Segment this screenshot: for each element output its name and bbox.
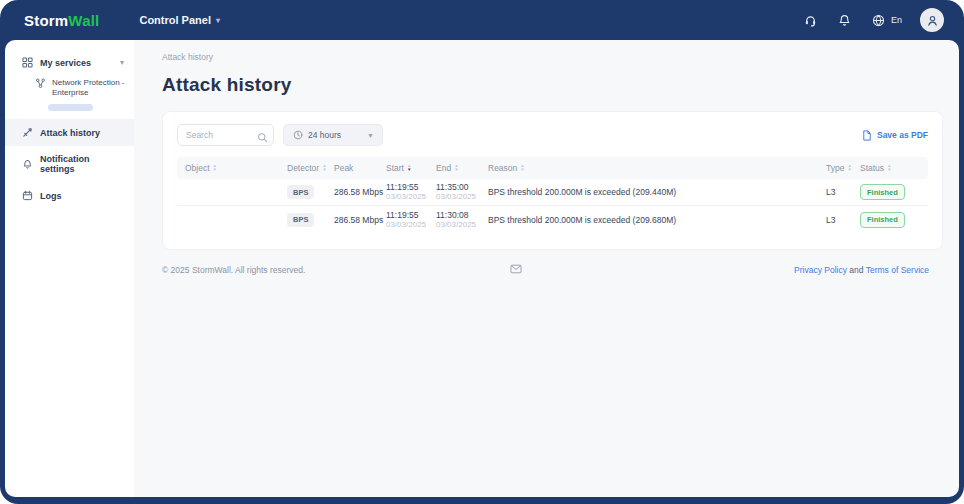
column-header-status[interactable]: Status▲▼ — [860, 163, 922, 173]
save-as-pdf-label: Save as PDF — [877, 130, 928, 140]
sidebar-item-logs[interactable]: Logs — [5, 182, 134, 209]
language-label: En — [891, 15, 902, 25]
network-nodes-icon — [35, 78, 46, 89]
logo-text-wall: Wall — [68, 12, 99, 29]
search-icon — [257, 129, 268, 147]
status-badge: Finished — [860, 184, 905, 200]
support-headset-icon[interactable] — [803, 12, 819, 28]
clock-icon — [292, 130, 303, 141]
privacy-policy-link[interactable]: Privacy Policy — [794, 265, 847, 275]
detector-badge: BPS — [287, 185, 314, 199]
service-name: Network Protection - Enterprise — [52, 78, 124, 98]
sidebar-item-label: Notification settings — [40, 154, 124, 174]
sidebar-item-label: Logs — [40, 191, 62, 201]
page-title: Attack history — [162, 74, 943, 96]
app-body: My services ▾ Network Protection - Enter… — [5, 40, 959, 497]
control-panel-label: Control Panel — [139, 14, 211, 26]
notifications-bell-icon[interactable] — [837, 12, 853, 28]
terms-of-service-link[interactable]: Terms of Service — [866, 265, 929, 275]
calendar-logs-icon — [22, 190, 33, 201]
sort-icon: ▲▼ — [520, 164, 524, 172]
period-filter-value: 24 hours — [308, 130, 341, 140]
column-header-reason[interactable]: Reason▲▼ — [488, 163, 826, 173]
sort-icon: ▲▼ — [847, 164, 851, 172]
sidebar-item-attack-history[interactable]: Attack history — [5, 119, 134, 146]
status-badge: Finished — [860, 212, 905, 228]
peak-value: 286.58 Mbps — [334, 187, 386, 197]
sidebar-item-my-services[interactable]: My services ▾ — [5, 50, 134, 75]
top-bar: StormWall Control Panel ▾ — [0, 0, 964, 40]
detector-badge: BPS — [287, 213, 314, 227]
column-header-type[interactable]: Type▲▼ — [826, 163, 860, 173]
column-header-peak[interactable]: Peak — [334, 163, 386, 173]
sidebar: My services ▾ Network Protection - Enter… — [5, 40, 134, 497]
language-selector[interactable]: En — [871, 12, 902, 28]
bell-settings-icon — [22, 159, 33, 170]
sidebar-item-label: Attack history — [40, 128, 100, 138]
sort-icon: ▲▼ — [887, 164, 891, 172]
app-window: StormWall Control Panel ▾ — [0, 0, 964, 504]
sort-icon: ▲▼ — [454, 164, 458, 172]
search-box — [177, 124, 274, 146]
column-header-end[interactable]: End▲▼ — [436, 163, 486, 173]
sort-icon: ▲▼ — [213, 164, 217, 172]
chevron-down-icon: ▾ — [120, 58, 124, 67]
table-toolbar: 24 hours ▼ Save as PDF — [177, 124, 928, 146]
table-row[interactable]: BPS 286.58 Mbps 11:19:55 03/03/2025 11:3… — [177, 206, 928, 233]
start-datetime: 11:19:55 03/03/2025 — [386, 182, 436, 202]
stormwall-logo[interactable]: StormWall — [24, 12, 99, 29]
period-filter-dropdown[interactable]: 24 hours ▼ — [283, 124, 383, 146]
attack-history-card: 24 hours ▼ Save as PDF Object▲▼ — [162, 111, 943, 250]
end-datetime: 11:30:08 03/03/2025 — [436, 210, 486, 230]
control-panel-menu[interactable]: Control Panel ▾ — [139, 14, 220, 26]
column-header-object[interactable]: Object▲▼ — [185, 163, 287, 173]
main-content: Attack history Attack history — [134, 40, 959, 497]
sidebar-item-network-protection[interactable]: Network Protection - Enterprise — [5, 75, 134, 101]
legal-links: Privacy Policy and Terms of Service — [794, 265, 929, 275]
breadcrumb: Attack history — [162, 52, 943, 62]
pdf-document-icon — [862, 130, 873, 141]
service-id-placeholder — [48, 104, 93, 111]
column-header-detector[interactable]: Detector▲▼ — [287, 163, 334, 173]
grid-icon — [22, 57, 33, 68]
end-datetime: 11:35:00 03/03/2025 — [436, 182, 486, 202]
sidebar-item-notification-settings[interactable]: Notification settings — [5, 146, 134, 182]
reason-text: BPS threshold 200.000M is exceeded (209.… — [486, 187, 826, 197]
attack-type: L3 — [826, 215, 860, 225]
reason-text: BPS threshold 200.000M is exceeded (209.… — [486, 215, 826, 225]
globe-icon — [871, 12, 887, 28]
table-row[interactable]: BPS 286.58 Mbps 11:19:55 03/03/2025 11:3… — [177, 179, 928, 206]
copyright-text: © 2025 StormWall. All rights reserved. — [162, 265, 305, 275]
start-datetime: 11:19:55 03/03/2025 — [386, 210, 436, 230]
page-footer: © 2025 StormWall. All rights reserved. P… — [162, 265, 943, 275]
user-avatar[interactable] — [920, 8, 944, 32]
conjunction-text: and — [849, 265, 863, 275]
peak-value: 286.58 Mbps — [334, 215, 386, 225]
chevron-down-icon: ▾ — [216, 16, 220, 25]
sort-icon-active-desc: ▲▼ — [407, 164, 411, 172]
chevron-down-icon: ▼ — [367, 132, 374, 139]
sort-icon: ▲▼ — [322, 164, 326, 172]
save-as-pdf-button[interactable]: Save as PDF — [862, 130, 928, 141]
email-envelope-icon[interactable] — [510, 264, 522, 276]
attack-icon — [22, 127, 33, 138]
column-header-start[interactable]: Start▲▼ — [386, 163, 436, 173]
attack-type: L3 — [826, 187, 860, 197]
logo-text-storm: Storm — [24, 12, 68, 29]
topbar-actions: En — [803, 8, 944, 32]
my-services-label: My services — [40, 58, 91, 68]
table-header-row: Object▲▼ Detector▲▼ Peak Start▲▼ End▲▼ R… — [177, 157, 928, 179]
